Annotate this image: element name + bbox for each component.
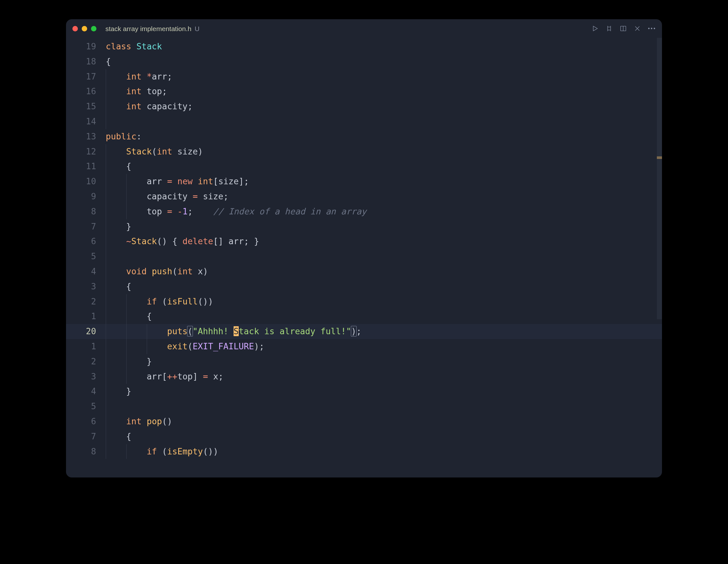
- code-line: 6 ~Stack() { delete[] arr; }: [66, 234, 662, 249]
- code-editor[interactable]: 19 class Stack 18 { 17 int *arr; 16 int …: [66, 38, 662, 477]
- minimize-window-button[interactable]: [82, 26, 87, 31]
- line-number: 3: [66, 279, 106, 294]
- line-number: 2: [66, 354, 106, 369]
- active-tab[interactable]: stack array implementation.h U: [101, 19, 204, 38]
- more-icon[interactable]: •••: [648, 26, 656, 31]
- compare-icon[interactable]: [606, 25, 613, 32]
- code-line: 12 Stack(int size): [66, 144, 662, 159]
- search-highlight: S: [234, 326, 239, 336]
- line-number: 14: [66, 114, 106, 129]
- code-line: 4 void push(int x): [66, 264, 662, 279]
- code-line: 13 public:: [66, 129, 662, 144]
- code-lines: 19 class Stack 18 { 17 int *arr; 16 int …: [66, 38, 662, 459]
- code-line: 7 {: [66, 429, 662, 444]
- line-number: 12: [66, 144, 106, 159]
- line-number: 2: [66, 294, 106, 309]
- line-number: 9: [66, 189, 106, 204]
- line-number: 13: [66, 129, 106, 144]
- line-number: 5: [66, 249, 106, 264]
- zoom-window-button[interactable]: [91, 26, 96, 31]
- window-controls: [72, 26, 96, 31]
- close-icon[interactable]: [634, 25, 641, 32]
- code-line: 1 {: [66, 309, 662, 324]
- line-number: 20: [66, 324, 106, 339]
- line-number: 4: [66, 384, 106, 399]
- line-number: 18: [66, 54, 106, 69]
- code-line: 15 int capacity;: [66, 99, 662, 114]
- code-line: 3 arr[++top] = x;: [66, 369, 662, 384]
- line-number: 6: [66, 414, 106, 429]
- code-line: 6 int pop(): [66, 414, 662, 429]
- line-number: 15: [66, 99, 106, 114]
- line-number: 1: [66, 339, 106, 354]
- run-icon[interactable]: [591, 25, 599, 32]
- code-line: 14: [66, 114, 662, 129]
- line-number: 16: [66, 84, 106, 99]
- code-line: 4 }: [66, 384, 662, 399]
- code-line: 9 capacity = size;: [66, 189, 662, 204]
- line-number: 7: [66, 219, 106, 234]
- code-line: 2 if (isFull()): [66, 294, 662, 309]
- code-line: 1 exit(EXIT_FAILURE);: [66, 339, 662, 354]
- code-line: 11 {: [66, 159, 662, 174]
- tab-filename: stack array implementation.h: [105, 25, 191, 32]
- matched-bracket-open: (: [187, 326, 193, 336]
- tab-dirty-indicator: U: [194, 25, 199, 32]
- code-line: 18 {: [66, 54, 662, 69]
- code-line-current: 20 puts("Ahhhh! Stack is already full!")…: [66, 324, 662, 339]
- code-line: 5: [66, 399, 662, 414]
- code-line: 17 int *arr;: [66, 69, 662, 84]
- code-line: 10 arr = new int[size];: [66, 174, 662, 189]
- line-number: 11: [66, 159, 106, 174]
- titlebar: stack array implementation.h U •••: [66, 19, 662, 38]
- line-number: 8: [66, 444, 106, 459]
- code-line: 19 class Stack: [66, 39, 662, 54]
- code-line: 2 }: [66, 354, 662, 369]
- editor-toolbar: •••: [591, 25, 656, 32]
- close-window-button[interactable]: [72, 26, 78, 31]
- line-number: 8: [66, 204, 106, 219]
- matched-bracket-close: ): [351, 326, 357, 336]
- line-number: 6: [66, 234, 106, 249]
- line-number: 7: [66, 429, 106, 444]
- line-number: 10: [66, 174, 106, 189]
- code-line: 7 }: [66, 219, 662, 234]
- code-line: 8 top = -1; // Index of a head in an arr…: [66, 204, 662, 219]
- line-number: 1: [66, 309, 106, 324]
- line-number: 17: [66, 69, 106, 84]
- line-number: 4: [66, 264, 106, 279]
- line-number: 19: [66, 39, 106, 54]
- code-line: 16 int top;: [66, 84, 662, 99]
- code-line: 5: [66, 249, 662, 264]
- code-line: 3 {: [66, 279, 662, 294]
- line-number: 5: [66, 399, 106, 414]
- split-editor-icon[interactable]: [620, 25, 627, 32]
- editor-window: stack array implementation.h U •••: [66, 19, 662, 477]
- line-number: 3: [66, 369, 106, 384]
- code-line: 8 if (isEmpty()): [66, 444, 662, 459]
